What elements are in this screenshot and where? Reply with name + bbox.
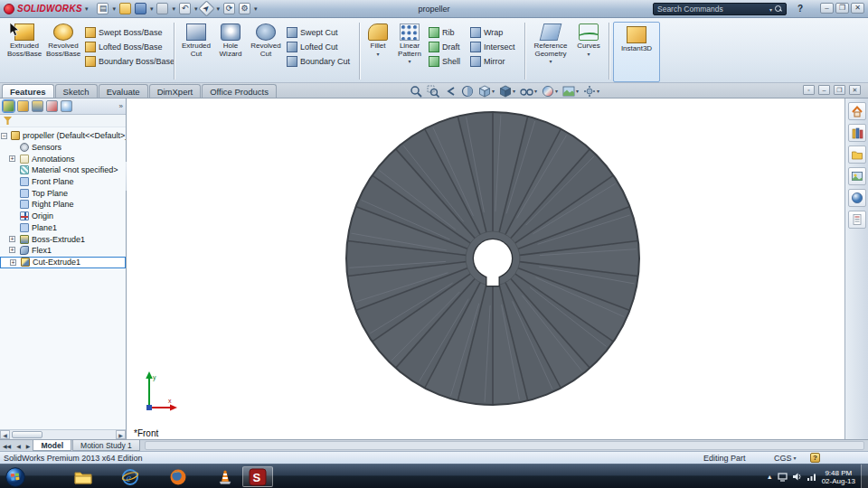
tab-evaluate[interactable]: Evaluate bbox=[99, 84, 148, 98]
section-view-button[interactable] bbox=[460, 84, 475, 98]
tab-dimxpert[interactable]: DimXpert bbox=[149, 84, 202, 98]
boundary-cut-button[interactable]: Boundary Cut bbox=[285, 54, 355, 69]
tree-item-flex1[interactable]: + Flex1 bbox=[0, 245, 126, 257]
quick-tips-help-icon[interactable]: ? bbox=[810, 453, 820, 463]
model-tab[interactable]: Model bbox=[33, 440, 71, 451]
panel-horizontal-scrollbar[interactable]: ◀ ▶ bbox=[0, 429, 126, 439]
linear-pattern-button[interactable]: Linear Pattern ▾ bbox=[392, 20, 427, 82]
tree-item-front-plane[interactable]: Front Plane bbox=[0, 176, 126, 188]
taskbar-vlc-button[interactable] bbox=[214, 466, 236, 487]
new-caret-icon[interactable]: ▾ bbox=[112, 5, 116, 13]
swept-boss-base-button[interactable]: Swept Boss/Base bbox=[83, 25, 170, 40]
show-desktop-button[interactable] bbox=[861, 465, 868, 488]
hidden-icons-caret-icon[interactable]: ▲ bbox=[767, 474, 773, 480]
wrap-button[interactable]: Wrap bbox=[468, 25, 521, 40]
graphics-viewport[interactable]: y x *Front bbox=[127, 99, 844, 439]
volume-icon[interactable] bbox=[792, 472, 802, 482]
dimxpert-manager-tab[interactable] bbox=[46, 100, 58, 112]
units-selector[interactable]: CGS ▾ bbox=[774, 454, 797, 463]
property-manager-tab[interactable] bbox=[17, 100, 29, 112]
tab-scroll-first-icon[interactable]: ◀◀ bbox=[0, 443, 14, 449]
display-style-button[interactable]: ▾ bbox=[498, 84, 516, 98]
edit-appearance-button[interactable]: ▾ bbox=[541, 84, 559, 98]
display-style-caret-icon[interactable]: ▾ bbox=[513, 88, 515, 94]
rib-button[interactable]: Rib bbox=[427, 25, 468, 40]
start-button[interactable] bbox=[5, 466, 26, 487]
fillet-caret-icon[interactable]: ▾ bbox=[376, 52, 379, 57]
previous-view-button[interactable] bbox=[443, 84, 458, 98]
instant3d-button[interactable]: Instant3D bbox=[613, 22, 660, 82]
boundary-boss-base-button[interactable]: Boundary Boss/Base bbox=[83, 54, 170, 69]
search-caret-icon[interactable]: ▾ bbox=[769, 6, 772, 13]
file-explorer-button[interactable] bbox=[848, 145, 866, 164]
view-palette-button[interactable] bbox=[848, 167, 866, 185]
tree-item-boss-extrude1[interactable]: + Boss-Extrude1 bbox=[0, 233, 126, 245]
tab-scroll-right-icon[interactable]: ▶ bbox=[24, 443, 33, 449]
configuration-manager-tab[interactable] bbox=[32, 100, 43, 112]
device-icon[interactable] bbox=[778, 472, 788, 482]
collapse-box-icon[interactable]: − bbox=[1, 133, 7, 139]
tree-item-sensors[interactable]: Sensors bbox=[0, 142, 126, 154]
panel-overflow-chevron-icon[interactable]: » bbox=[119, 102, 123, 110]
design-library-button[interactable] bbox=[848, 124, 866, 142]
expand-box-icon[interactable]: + bbox=[9, 247, 15, 253]
taskbar-clock[interactable]: 9:48 PM 02-Aug-13 bbox=[822, 469, 855, 485]
hole-wizard-button[interactable]: Hole Wizard bbox=[214, 20, 247, 82]
reference-geometry-button[interactable]: Reference Geometry ▾ bbox=[529, 20, 572, 82]
viewport-horizontal-scrollbar[interactable] bbox=[145, 441, 864, 450]
reference-geometry-caret-icon[interactable]: ▾ bbox=[549, 59, 552, 64]
curves-button[interactable]: Curves ▾ bbox=[572, 20, 605, 82]
apply-scene-button[interactable]: ▾ bbox=[561, 84, 580, 98]
taskbar-firefox-button[interactable] bbox=[167, 466, 189, 487]
save-button[interactable] bbox=[135, 3, 146, 14]
options-caret-icon[interactable]: ▾ bbox=[254, 5, 258, 13]
swept-cut-button[interactable]: Swept Cut bbox=[285, 25, 355, 40]
zoom-to-area-button[interactable] bbox=[426, 84, 440, 98]
taskbar-solidworks-button[interactable]: S bbox=[242, 466, 273, 487]
print-button[interactable] bbox=[156, 3, 168, 14]
tree-item-cut-extrude1[interactable]: + Cut-Extrude1 bbox=[0, 257, 126, 269]
select-button[interactable]: ➤ bbox=[199, 0, 215, 16]
scrollbar-thumb[interactable] bbox=[12, 431, 42, 438]
intersect-button[interactable]: Intersect bbox=[468, 40, 521, 54]
appearances-scenes-button[interactable] bbox=[848, 189, 866, 207]
taskbar-explorer-button[interactable] bbox=[72, 466, 94, 487]
doc-minimize2-button[interactable]: – bbox=[818, 85, 830, 95]
zoom-to-fit-button[interactable] bbox=[409, 84, 423, 98]
tree-item-top-plane[interactable]: Top Plane bbox=[0, 187, 126, 199]
print-caret-icon[interactable]: ▾ bbox=[172, 5, 175, 13]
view-orientation-caret-icon[interactable]: ▾ bbox=[492, 88, 495, 94]
mirror-button[interactable]: Mirror bbox=[468, 54, 521, 69]
tab-office-products[interactable]: Office Products bbox=[202, 84, 277, 98]
curves-caret-icon[interactable]: ▾ bbox=[587, 52, 590, 57]
fillet-button[interactable]: Fillet ▾ bbox=[363, 20, 392, 82]
open-button[interactable] bbox=[119, 3, 131, 14]
tree-item-plane1[interactable]: Plane1 bbox=[0, 222, 126, 234]
hide-show-items-button[interactable]: ▾ bbox=[519, 84, 538, 98]
help-button[interactable]: ? bbox=[797, 4, 803, 14]
search-magnifier-icon[interactable] bbox=[775, 5, 782, 13]
revolved-boss-base-button[interactable]: Revolved Boss/Base bbox=[43, 20, 83, 82]
tree-item-material[interactable]: Material <not specified> bbox=[0, 164, 126, 176]
extruded-cut-button[interactable]: Extruded Cut bbox=[178, 20, 214, 82]
linear-pattern-caret-icon[interactable]: ▾ bbox=[408, 59, 410, 64]
view-settings-button[interactable]: ▾ bbox=[582, 84, 600, 98]
tree-item-annotations[interactable]: + Annotations bbox=[0, 153, 126, 164]
tree-filter-row[interactable] bbox=[0, 115, 126, 127]
edit-appearance-caret-icon[interactable]: ▾ bbox=[555, 88, 558, 94]
feature-manager-tab[interactable] bbox=[3, 100, 14, 112]
restore-window-button[interactable]: ❐ bbox=[835, 3, 849, 14]
undo-button[interactable]: ↶ bbox=[179, 3, 191, 14]
taskbar-ie-button[interactable]: e bbox=[119, 466, 141, 487]
doc-restore-button[interactable]: ❐ bbox=[834, 85, 845, 95]
tree-item-part-root[interactable]: − propeller (Default<<Default>_D bbox=[0, 130, 126, 142]
view-settings-caret-icon[interactable]: ▾ bbox=[597, 88, 599, 94]
tab-sketch[interactable]: Sketch bbox=[55, 84, 98, 98]
scroll-left-arrow-icon[interactable]: ◀ bbox=[0, 430, 10, 439]
propeller-model[interactable] bbox=[127, 99, 844, 439]
solidworks-resources-button[interactable] bbox=[848, 102, 866, 120]
search-commands-input[interactable]: Search Commands ▾ bbox=[653, 3, 787, 15]
close-window-button[interactable]: ✕ bbox=[851, 3, 864, 14]
scroll-right-arrow-icon[interactable]: ▶ bbox=[116, 430, 126, 439]
view-orientation-button[interactable]: ▾ bbox=[477, 84, 495, 98]
